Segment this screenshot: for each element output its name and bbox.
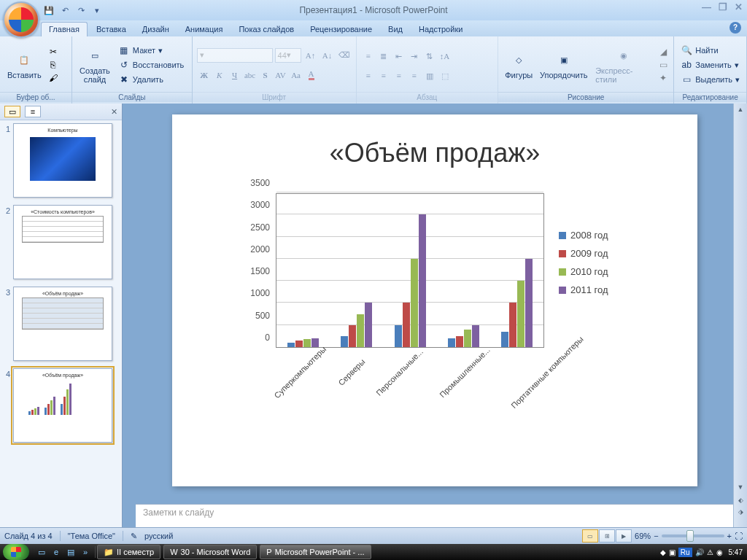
shape-outline-icon[interactable]: ▭ xyxy=(657,59,669,71)
layout-button[interactable]: ▦Макет ▾ xyxy=(116,44,186,57)
show-desktop-icon[interactable]: ▭ xyxy=(35,546,48,558)
prev-slide-icon[interactable]: ⬖ xyxy=(734,494,747,506)
tab-animation[interactable]: Анимация xyxy=(178,23,231,36)
find-button[interactable]: 🔍Найти xyxy=(678,44,742,57)
shadow-button[interactable]: S xyxy=(258,68,273,82)
tray-icon[interactable]: ⚠ xyxy=(707,548,713,556)
taskbar-task[interactable]: 📁II семестр xyxy=(97,545,160,559)
redo-icon[interactable]: ↷ xyxy=(74,4,88,17)
panel-close-icon[interactable]: ✕ xyxy=(111,107,117,117)
slide-thumb-4[interactable]: «Объём продаж» xyxy=(13,368,112,443)
tray-icon[interactable]: 🔊 xyxy=(695,548,704,556)
smartart-button[interactable]: ⬚ xyxy=(438,69,452,83)
zoom-slider[interactable] xyxy=(662,534,724,537)
legend-label: 2010 год xyxy=(570,266,608,277)
replace-button[interactable]: abЗаменить ▾ xyxy=(678,58,742,71)
grow-font-icon[interactable]: A↑ xyxy=(303,48,318,63)
slide-thumb-1[interactable]: Компьютеры xyxy=(13,123,112,198)
clear-format-icon[interactable]: ⌫ xyxy=(337,48,352,63)
slideshow-view-button[interactable]: ▶ xyxy=(616,529,632,542)
scroll-up-icon[interactable]: ▲ xyxy=(734,104,747,115)
explorer-icon[interactable]: ▤ xyxy=(64,546,77,558)
align-left-button[interactable]: ≡ xyxy=(361,69,376,83)
notes-pane[interactable]: Заметки к слайду xyxy=(136,504,734,528)
spellcheck-icon[interactable]: ✎ xyxy=(131,532,137,541)
sorter-view-button[interactable]: ⊞ xyxy=(599,529,615,542)
delete-button[interactable]: ✖Удалить xyxy=(116,73,186,86)
reset-button[interactable]: ↺Восстановить xyxy=(116,58,186,71)
new-slide-button[interactable]: ▭ Создать слайд xyxy=(77,44,113,85)
font-size-combo[interactable]: 44▾ xyxy=(275,48,301,63)
shape-fill-icon[interactable]: ◢ xyxy=(657,46,669,58)
tab-view[interactable]: Вид xyxy=(381,23,410,36)
align-right-button[interactable]: ≡ xyxy=(392,69,406,83)
change-case-button[interactable]: Aa xyxy=(289,68,303,82)
qat-dropdown-icon[interactable]: ▾ xyxy=(90,4,104,17)
tab-insert[interactable]: Вставка xyxy=(89,23,133,36)
zoom-level[interactable]: 69% xyxy=(635,532,651,540)
shrink-font-icon[interactable]: A↓ xyxy=(320,48,335,63)
columns-button[interactable]: ▥ xyxy=(422,69,437,83)
tab-home[interactable]: Главная xyxy=(41,22,88,36)
slide-thumb-2[interactable]: «Стоимость компьютеров» xyxy=(13,205,112,279)
ie-icon[interactable]: e xyxy=(50,546,63,558)
bullets-button[interactable]: ≡ xyxy=(361,49,376,63)
format-painter-icon[interactable]: 🖌 xyxy=(47,72,59,84)
taskbar-task[interactable]: PMicrosoft PowerPoint - ... xyxy=(260,545,371,559)
align-center-button[interactable]: ≡ xyxy=(376,69,391,83)
zoom-in-button[interactable]: + xyxy=(727,532,732,540)
bar xyxy=(411,259,418,347)
office-button[interactable] xyxy=(3,1,39,38)
scroll-down-icon[interactable]: ▼ xyxy=(734,481,747,493)
minimize-button[interactable]: — xyxy=(702,1,711,12)
italic-button[interactable]: К xyxy=(212,68,227,82)
start-button[interactable] xyxy=(3,544,29,560)
fit-window-button[interactable]: ⛶ xyxy=(735,532,743,540)
bold-button[interactable]: Ж xyxy=(197,68,212,82)
strike-button[interactable]: abc xyxy=(243,68,258,82)
tray-icon[interactable]: ▣ xyxy=(669,548,676,556)
maximize-button[interactable]: ❐ xyxy=(719,1,727,12)
outline-tab-icon[interactable]: ≡ xyxy=(25,106,41,117)
undo-icon[interactable]: ↶ xyxy=(58,4,71,17)
indent-dec-button[interactable]: ⇤ xyxy=(392,49,406,63)
zoom-out-button[interactable]: − xyxy=(654,532,658,540)
tab-slideshow[interactable]: Показ слайдов xyxy=(231,23,301,36)
text-direction-button[interactable]: ↕A xyxy=(438,49,452,63)
tray-icon[interactable]: ◉ xyxy=(716,548,723,556)
tray-icon[interactable]: ◆ xyxy=(660,548,666,556)
shape-effects-icon[interactable]: ✦ xyxy=(657,72,669,84)
next-slide-icon[interactable]: ⬗ xyxy=(734,506,747,518)
select-button[interactable]: ▭Выделить ▾ xyxy=(678,73,742,86)
underline-button[interactable]: Ч xyxy=(228,68,242,82)
font-name-combo[interactable]: ▾ xyxy=(197,48,273,63)
slide-thumb-3[interactable]: «Объём продаж» xyxy=(13,287,112,361)
vertical-scrollbar[interactable]: ▲ ▼ ⬖ ⬗ xyxy=(733,104,747,528)
close-button[interactable]: ✕ xyxy=(735,1,743,12)
tab-review[interactable]: Рецензирование xyxy=(303,23,379,36)
ql-more-icon[interactable]: » xyxy=(79,546,92,558)
taskbar-task[interactable]: W30 - Microsoft Word xyxy=(163,545,257,559)
slide-canvas[interactable]: «Объём продаж» 0500100015002000250030003… xyxy=(172,114,697,486)
shapes-button[interactable]: ◇Фигуры xyxy=(503,49,535,81)
char-spacing-button[interactable]: AV xyxy=(274,68,288,82)
cut-icon[interactable]: ✂ xyxy=(47,46,59,58)
language-status[interactable]: русский xyxy=(144,532,173,540)
indent-inc-button[interactable]: ⇥ xyxy=(407,49,422,63)
help-button[interactable]: ? xyxy=(729,22,741,34)
line-spacing-button[interactable]: ⇅ xyxy=(422,49,437,63)
copy-icon[interactable]: ⎘ xyxy=(47,59,59,71)
tab-addins[interactable]: Надстройки xyxy=(411,23,470,36)
slides-tab-icon[interactable]: ▭ xyxy=(4,106,20,117)
tab-design[interactable]: Дизайн xyxy=(135,23,177,36)
language-indicator[interactable]: Ru xyxy=(678,548,692,557)
save-icon[interactable]: 💾 xyxy=(42,4,55,17)
normal-view-button[interactable]: ▭ xyxy=(582,529,598,542)
font-color-button[interactable]: A xyxy=(304,68,319,82)
paste-button[interactable]: 📋 Вставить xyxy=(4,49,44,81)
align-justify-button[interactable]: ≡ xyxy=(407,69,422,83)
numbering-button[interactable]: ≣ xyxy=(376,49,391,63)
clock[interactable]: 5:47 xyxy=(729,548,743,556)
arrange-button[interactable]: ▣Упорядочить xyxy=(538,49,589,81)
quick-styles-button[interactable]: ◉Экспресс-стили xyxy=(592,44,654,85)
